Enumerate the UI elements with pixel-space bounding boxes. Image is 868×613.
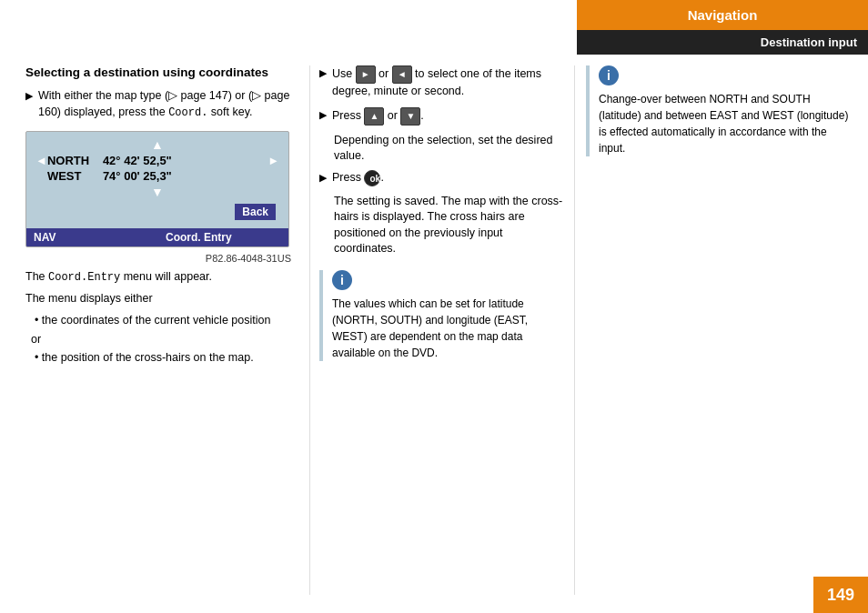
info-text-1: Change-over between NORTH and SOUTH (lat…	[599, 91, 852, 156]
btn-right: ►	[356, 65, 376, 84]
left-column: Selecting a destination using coordinate…	[0, 47, 309, 613]
mid-text-2: Press ▲ or ▼.	[332, 107, 424, 126]
btn-left: ◄	[392, 65, 412, 84]
nav-screen-inner: ▲ ◄ NORTH 42° 42' 52,5" ► ◄ WEST 74° 00'…	[26, 132, 288, 228]
info-box-top: i Change-over between NORTH and SOUTH (l…	[586, 65, 852, 156]
nav-row-north: ◄ NORTH 42° 42' 52,5" ►	[35, 154, 279, 167]
nav-footer-right: Coord. Entry	[116, 231, 281, 244]
right-column: i Change-over between NORTH and SOUTH (l…	[575, 47, 868, 613]
btn-down: ▼	[400, 107, 420, 126]
mid-bullet-3: ▶ Press ok.	[319, 170, 565, 186]
or-text: or	[31, 333, 291, 346]
code-coord: Coord.	[168, 106, 207, 119]
nav-value-north: 42° 42' 52,5"	[97, 154, 267, 167]
navigation-label: Navigation	[577, 0, 868, 30]
nav-footer: NAV Coord. Entry	[26, 228, 288, 246]
bullet-text-1: With either the map type (▷ page 147) or…	[38, 88, 291, 120]
nav-left-arrow-1: ◄	[35, 154, 47, 167]
nav-footer-left: NAV	[34, 231, 116, 244]
info-box-bottom: i The values which can be set for latitu…	[319, 270, 565, 361]
nav-right-arrow-1: ►	[267, 154, 279, 167]
info-icon-2: i	[332, 270, 352, 290]
nav-back-area: Back	[35, 199, 279, 223]
dot-item-1: the coordinates of the current vehicle p…	[35, 313, 291, 329]
mid-text-1: Use ► or ◄ to select one of the items de…	[332, 65, 565, 100]
mid-arrow-2: ▶	[319, 108, 327, 126]
mid-arrow-3: ▶	[319, 171, 327, 186]
nav-screen: ▲ ◄ NORTH 42° 42' 52,5" ► ◄ WEST 74° 00'…	[25, 131, 289, 247]
nav-up-arrow: ▲	[35, 137, 279, 152]
mid-bullet-2: ▶ Press ▲ or ▼.	[319, 107, 565, 126]
btn-ok: ok	[364, 170, 380, 186]
btn-up: ▲	[364, 107, 384, 126]
info-icon-1: i	[599, 65, 619, 85]
main-content: Selecting a destination using coordinate…	[0, 47, 868, 613]
nav-label-north: NORTH	[47, 154, 97, 167]
coord-entry-text: The Coord.Entry menu will appear.	[25, 269, 291, 286]
nav-caption: P82.86-4048-31US	[25, 253, 291, 264]
mid-text-3: Press ok.	[332, 170, 384, 186]
dot-item-2: the position of the cross-hairs on the m…	[35, 350, 291, 367]
bullet-arrow-1: ▶	[25, 89, 33, 120]
bullet-item-1: ▶ With either the map type (▷ page 147) …	[25, 88, 291, 120]
nav-label-west: WEST	[47, 169, 97, 183]
nav-down-arrow: ▼	[35, 185, 279, 199]
code-coord-entry: Coord.Entry	[48, 271, 120, 284]
mid-sub-text-2: The setting is saved. The map with the c…	[334, 194, 565, 257]
info-text-2: The values which can be set for latitude…	[332, 296, 565, 361]
middle-column: ▶ Use ► or ◄ to select one of the items …	[310, 47, 574, 613]
menu-displays-text: The menu displays either	[25, 291, 291, 307]
mid-bullet-1: ▶ Use ► or ◄ to select one of the items …	[319, 65, 565, 100]
nav-back-button[interactable]: Back	[235, 204, 276, 220]
mid-sub-text-1: Depending on the selection, set the desi…	[334, 133, 565, 165]
header: Navigation Destination input	[577, 0, 868, 47]
section-title: Selecting a destination using coordinate…	[25, 65, 291, 79]
nav-row-west: ◄ WEST 74° 00' 25,3" ►	[35, 169, 279, 183]
mid-arrow-1: ▶	[319, 66, 327, 100]
nav-value-west: 74° 00' 25,3"	[97, 169, 267, 183]
